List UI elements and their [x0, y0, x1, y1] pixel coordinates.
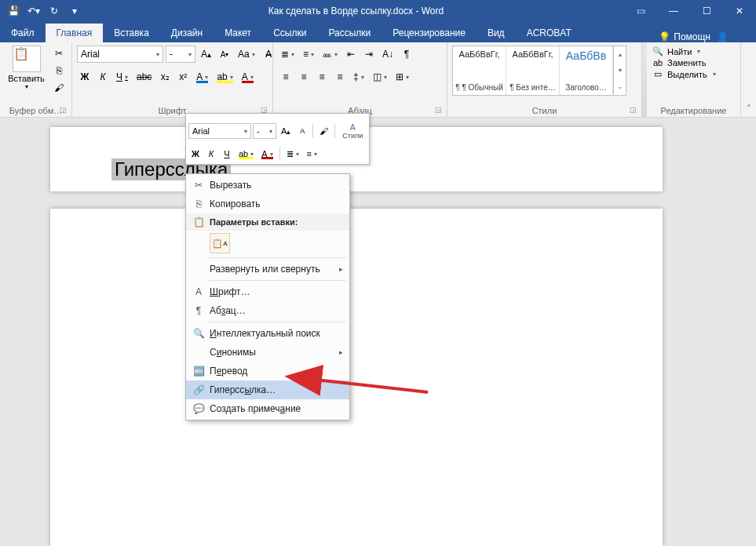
menu-smart-lookup[interactable]: 🔍Интеллектуальный поиск [186, 324, 349, 343]
hyperlink-icon: 🔗 [191, 384, 206, 395]
menu-cut[interactable]: ✂Вырезать [186, 176, 349, 195]
menu-hyperlink[interactable]: 🔗Гиперссылка… [186, 380, 349, 399]
mini-underline[interactable]: Ч [220, 146, 234, 162]
shading-button[interactable]: ◫▾ [370, 68, 390, 86]
font-color-button[interactable]: A▾ [239, 68, 257, 86]
align-center-button[interactable]: ≡ [296, 68, 312, 86]
decrease-indent-button[interactable]: ⇤ [343, 46, 359, 63]
style-no-spacing[interactable]: АаБбВвГг, ¶ Без инте… [506, 46, 560, 95]
find-button[interactable]: 🔍Найти ▾ [652, 46, 700, 57]
tell-me[interactable]: 💡 Помощн [659, 31, 710, 42]
maximize-icon[interactable]: ☐ [690, 0, 723, 22]
save-icon[interactable]: 💾 [5, 2, 22, 20]
qat-customize-icon[interactable]: ▾ [66, 2, 83, 20]
tab-review[interactable]: Рецензирование [382, 24, 477, 42]
text-effects-button[interactable]: A▾ [193, 68, 211, 86]
menu-synonyms[interactable]: Синонимы▸ [186, 343, 349, 362]
mini-font-color[interactable]: A▾ [258, 146, 276, 162]
paragraph-launcher[interactable]: ◲ [435, 106, 442, 114]
tab-mailings[interactable]: Рассылки [317, 24, 382, 42]
font-name-select[interactable]: Arial▾ [77, 46, 163, 63]
shrink-font-button[interactable]: A▾ [217, 46, 232, 63]
tab-view[interactable]: Вид [477, 24, 516, 42]
styles-launcher[interactable]: ◲ [630, 106, 637, 114]
tab-file[interactable]: Файл [0, 24, 46, 42]
close-icon[interactable]: ✕ [723, 0, 756, 22]
menu-expand-collapse[interactable]: Развернуть или свернуть▸ [186, 260, 349, 278]
menu-paragraph[interactable]: ¶Абзац… [186, 301, 349, 320]
menu-font[interactable]: AШрифт… [186, 282, 349, 301]
tab-design[interactable]: Дизайн [160, 24, 214, 42]
collapse-ribbon-icon[interactable]: ˄ [747, 104, 751, 114]
redo-icon[interactable]: ↻ [46, 2, 63, 20]
minimize-icon[interactable]: — [657, 0, 690, 22]
show-marks-button[interactable]: ¶ [399, 46, 415, 63]
font-size-select[interactable]: -▾ [166, 46, 195, 63]
mini-styles[interactable]: AСтили [338, 116, 367, 146]
menu-copy[interactable]: ⎘Копировать [186, 195, 349, 213]
increase-indent-button[interactable]: ⇥ [361, 46, 377, 63]
replace-button[interactable]: abЗаменить [652, 57, 706, 68]
grow-font-button[interactable]: A▴ [198, 46, 214, 63]
italic-button[interactable]: К [95, 68, 111, 86]
style-heading1[interactable]: АаБбВв Заголово… [560, 46, 613, 95]
ribbon-options-icon[interactable]: ▭ [624, 0, 657, 22]
mini-format-painter[interactable]: 🖌 [316, 123, 331, 139]
select-button[interactable]: ▭Выделить ▾ [652, 68, 716, 80]
mini-highlight[interactable]: ab▾ [236, 146, 257, 162]
group-label-styles: Стили◲ [452, 104, 637, 115]
tab-references[interactable]: Ссылки [262, 24, 317, 42]
format-painter-icon[interactable]: 🖌 [51, 80, 67, 96]
styles-more[interactable]: ▴▾⌄ [613, 46, 626, 95]
paste-options-row: 📋A [186, 231, 349, 256]
justify-button[interactable]: ≡ [332, 68, 348, 86]
page-2[interactable] [50, 209, 663, 546]
clipboard-launcher[interactable]: ◲ [60, 106, 67, 114]
subscript-button[interactable]: x₂ [157, 68, 173, 86]
mini-bullets[interactable]: ≣▾ [283, 146, 302, 162]
style-normal[interactable]: АаБбВвГг, ¶ Обычный [453, 46, 506, 95]
highlight-button[interactable]: ab▾ [214, 68, 236, 86]
tab-insert[interactable]: Вставка [103, 24, 160, 42]
sort-button[interactable]: A↓ [379, 46, 396, 63]
group-styles: АаБбВвГг, ¶ Обычный АаБбВвГг, ¶ Без инте… [447, 42, 642, 117]
styles-gallery[interactable]: АаБбВвГг, ¶ Обычный АаБбВвГг, ¶ Без инте… [452, 46, 626, 96]
paste-keep-text[interactable]: 📋A [210, 233, 230, 253]
paragraph-dialog-icon: ¶ [191, 305, 206, 316]
mini-italic[interactable]: К [204, 146, 218, 162]
copy-icon[interactable]: ⎘ [51, 63, 67, 78]
numbering-button[interactable]: ≡▾ [300, 46, 317, 63]
tab-layout[interactable]: Макет [214, 24, 262, 42]
window-controls: ▭ — ☐ ✕ [624, 0, 756, 22]
mini-shrink-font[interactable]: A [295, 123, 309, 139]
group-font: Arial▾ -▾ A▴ A▾ Aa▾ A̶ Ж К Ч▾ abc x₂ x² … [72, 42, 273, 117]
font-dialog-icon: A [191, 286, 206, 297]
multilevel-button[interactable]: ⅏▾ [320, 46, 341, 63]
cut-icon[interactable]: ✂ [51, 46, 67, 61]
paste-button[interactable]: 📋 Вставить ▾ [5, 46, 48, 90]
bullets-button[interactable]: ≣▾ [278, 46, 298, 63]
find-icon: 🔍 [652, 46, 664, 56]
replace-icon: ab [652, 58, 664, 67]
group-label-editing: Редактирование [652, 104, 736, 115]
align-right-button[interactable]: ≡ [314, 68, 330, 86]
menu-translate[interactable]: 🔤Перевод [186, 362, 349, 380]
line-spacing-button[interactable]: ‡▾ [350, 68, 367, 86]
share-icon[interactable]: 👤 [717, 31, 748, 42]
mini-numbering[interactable]: ≡▾ [304, 146, 320, 162]
strike-button[interactable]: abc [133, 68, 155, 86]
menu-new-comment[interactable]: 💬Создать примечание [186, 399, 349, 418]
tab-acrobat[interactable]: ACROBAT [516, 24, 583, 42]
superscript-button[interactable]: x² [175, 68, 191, 86]
change-case-button[interactable]: Aa▾ [235, 46, 258, 63]
bold-button[interactable]: Ж [77, 68, 93, 86]
borders-button[interactable]: ⊞▾ [393, 68, 412, 86]
tab-home[interactable]: Главная [46, 24, 104, 42]
mini-font-size[interactable]: -▾ [253, 123, 276, 139]
mini-grow-font[interactable]: A▴ [278, 123, 294, 139]
mini-font-name[interactable]: Arial▾ [188, 123, 251, 139]
undo-icon[interactable]: ↶▾ [25, 2, 42, 20]
align-left-button[interactable]: ≡ [278, 68, 294, 86]
underline-button[interactable]: Ч▾ [113, 68, 131, 86]
mini-bold[interactable]: Ж [188, 146, 203, 162]
